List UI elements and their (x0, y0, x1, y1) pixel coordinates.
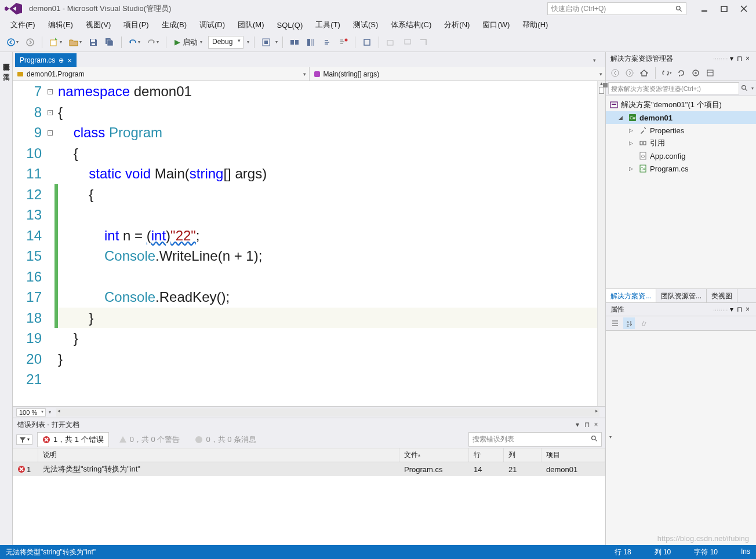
code-editor[interactable]: 789101112131415161718192021 --- namespac… (13, 81, 605, 406)
panel-pin-icon[interactable]: ⊓ (582, 421, 591, 429)
rail-server-explorer[interactable]: 服务器资源管理器 (0, 54, 12, 61)
col-file[interactable]: 文件 ▴ (399, 448, 469, 462)
error-search-input[interactable]: 搜索错误列表 ▾ (468, 432, 602, 447)
panel-dropdown-icon[interactable]: ▾ (573, 421, 582, 429)
tb-icon-8[interactable] (416, 35, 430, 49)
col-description[interactable]: 说明 (38, 448, 399, 462)
pin-icon[interactable]: ⊕ (59, 57, 64, 64)
expand-icon[interactable]: ▷ (629, 140, 636, 146)
categorize-button[interactable] (609, 317, 621, 329)
tb-icon-1[interactable] (259, 35, 273, 49)
menu-team[interactable]: 团队(M) (232, 17, 270, 32)
code-area[interactable]: namespace demon01{ class Program { stati… (58, 81, 605, 406)
tree-references[interactable]: ▷ 引用 (606, 137, 756, 149)
forward-button[interactable] (624, 67, 635, 79)
menu-help[interactable]: 帮助(H) (517, 17, 554, 32)
class-dropdown[interactable]: demon01.Program (13, 67, 310, 81)
filter-button[interactable]: ▾ (16, 434, 32, 445)
svg-point-29 (612, 70, 619, 76)
solution-search-input[interactable] (608, 82, 739, 94)
panel-pin-icon[interactable]: ⊓ (737, 305, 742, 313)
horizontal-scrollbar[interactable] (56, 408, 599, 416)
messages-tab[interactable]: 0，共 0 条消息 (190, 432, 261, 447)
tree-solution-root[interactable]: 解决方案"demon01"(1 个项目) (606, 98, 756, 111)
expand-icon[interactable]: ▷ (629, 127, 636, 133)
menu-tools[interactable]: 工具(T) (310, 17, 346, 32)
error-row[interactable]: 1 无法将类型"string"转换为"int" Program.cs 14 21… (13, 462, 605, 476)
fold-gutter[interactable]: --- (48, 81, 54, 406)
close-tab-icon[interactable]: × (67, 56, 72, 65)
open-file-button[interactable]: ▾ (67, 35, 84, 49)
tab-team-explorer[interactable]: 团队资源管... (656, 289, 707, 302)
method-dropdown[interactable]: Main(string[] args) (310, 67, 606, 81)
menu-view[interactable]: 视图(V) (80, 17, 117, 32)
nav-forward-button[interactable] (23, 35, 37, 49)
minimize-button[interactable] (697, 3, 712, 14)
close-button[interactable] (736, 3, 751, 14)
col-line[interactable]: 行 (469, 448, 504, 462)
zoom-dropdown[interactable]: 100 % (16, 408, 46, 416)
maximize-button[interactable] (717, 3, 732, 14)
tb-icon-7[interactable] (400, 35, 414, 49)
collapse-button[interactable] (690, 67, 702, 79)
menu-test[interactable]: 测试(S) (347, 17, 384, 32)
panel-dropdown-icon[interactable]: ▾ (730, 305, 733, 313)
col-project[interactable]: 项目 (541, 448, 605, 462)
menu-sql[interactable]: SQL(Q) (271, 19, 309, 32)
panel-close-icon[interactable]: × (746, 305, 750, 313)
error-icon (17, 465, 26, 473)
save-button[interactable] (86, 35, 100, 49)
refresh-button[interactable] (675, 67, 687, 79)
grid-header[interactable]: 说明 文件 ▴ 行 列 项目 (13, 448, 605, 462)
menu-file[interactable]: 文件(F) (5, 17, 41, 32)
panel-close-icon[interactable]: × (591, 421, 601, 429)
quick-launch-input[interactable]: 快速启动 (Ctrl+Q) (547, 2, 686, 15)
tab-class-view[interactable]: 类视图 (707, 289, 737, 302)
menu-debug[interactable]: 调试(D) (194, 17, 231, 32)
menu-project[interactable]: 项目(P) (118, 17, 154, 32)
nav-back-button[interactable]: ▾ (5, 35, 21, 49)
tree-project[interactable]: ◢ C# demon01 (606, 111, 756, 124)
warnings-tab[interactable]: 0，共 0 个警告 (114, 432, 186, 447)
tb-icon-3[interactable] (304, 35, 318, 49)
expand-icon[interactable]: ◢ (619, 115, 626, 120)
tree-appconfig[interactable]: App.config (606, 149, 756, 162)
panel-dropdown-icon[interactable]: ▾ (730, 54, 733, 63)
errors-tab[interactable]: 1，共 1 个错误 (37, 432, 109, 447)
tb-icon-5[interactable] (360, 35, 374, 49)
tab-overflow-button[interactable]: ▾ (587, 53, 601, 67)
save-all-button[interactable] (103, 35, 117, 49)
properties-button[interactable] (704, 67, 716, 79)
tab-solution-explorer[interactable]: 解决方案资... (606, 289, 656, 302)
menu-edit[interactable]: 编辑(E) (42, 17, 79, 32)
alphabetical-button[interactable]: AZ (623, 317, 635, 329)
panel-close-icon[interactable]: × (746, 54, 750, 63)
solution-tree[interactable]: 解决方案"demon01"(1 个项目) ◢ C# demon01 ▷ Prop… (606, 96, 756, 288)
tree-properties[interactable]: ▷ Properties (606, 124, 756, 137)
rail-toolbox[interactable]: 工具箱 (0, 65, 12, 72)
solution-search[interactable]: ▾ (606, 81, 756, 96)
new-project-button[interactable]: ▾ (47, 35, 64, 49)
expand-icon[interactable]: ▷ (629, 166, 636, 171)
sync-button[interactable]: ▾ (661, 67, 673, 79)
redo-button[interactable]: ▾ (145, 35, 161, 49)
menu-build[interactable]: 生成(B) (156, 17, 192, 32)
menu-arch[interactable]: 体系结构(C) (385, 17, 437, 32)
tb-icon-4[interactable] (320, 35, 334, 49)
tb-icon-6[interactable] (384, 35, 398, 49)
col-column[interactable]: 列 (504, 448, 541, 462)
document-tab-program[interactable]: Program.cs ⊕ × (15, 53, 77, 67)
home-button[interactable] (638, 67, 650, 79)
tree-program-cs[interactable]: ▷ C# Program.cs (606, 162, 756, 175)
vertical-scrollbar[interactable]: ▲ (597, 81, 605, 406)
config-dropdown[interactable]: Debug (208, 36, 243, 49)
start-debug-button[interactable]: ▶ 启动 ▾ (171, 36, 206, 49)
back-button[interactable] (609, 67, 621, 79)
undo-button[interactable]: ▾ (126, 35, 143, 49)
menu-analyze[interactable]: 分析(N) (438, 17, 475, 32)
tb-comment-button[interactable] (336, 35, 350, 49)
panel-pin-icon[interactable]: ⊓ (737, 54, 742, 63)
tb-icon-2[interactable] (288, 35, 301, 49)
property-pages-button[interactable] (637, 317, 649, 329)
menu-window[interactable]: 窗口(W) (477, 17, 515, 32)
